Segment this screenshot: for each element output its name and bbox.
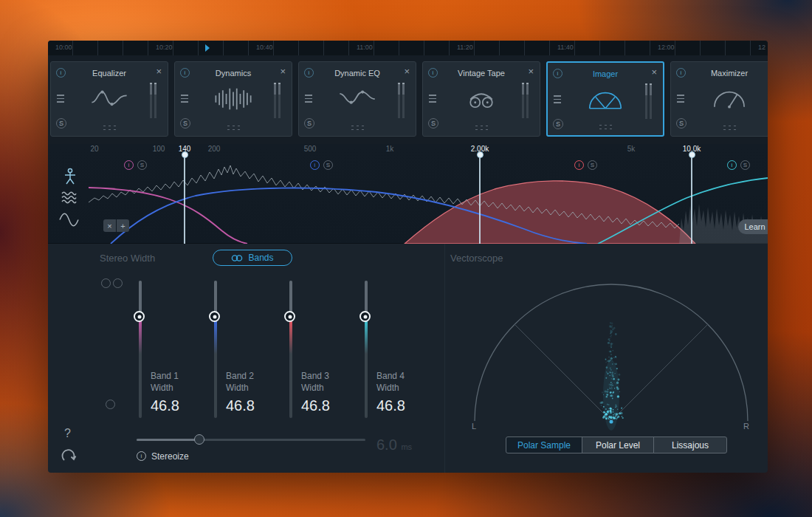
level-meters <box>398 83 405 118</box>
mono-mode-icon[interactable] <box>106 400 115 409</box>
drag-handle[interactable] <box>226 124 241 131</box>
band2-width-knob[interactable] <box>209 311 220 322</box>
close-icon[interactable]: × <box>156 66 162 77</box>
solo-button[interactable]: S <box>56 118 66 129</box>
level-meters <box>274 83 281 118</box>
lissajous-button[interactable]: Lissajous <box>653 436 727 453</box>
preset-list-icon[interactable] <box>305 95 312 103</box>
band1-solo-icon[interactable]: S <box>137 160 147 170</box>
module-card-dynamic-eq[interactable]: i Dynamic EQ × S <box>298 61 416 137</box>
close-icon[interactable]: × <box>280 66 286 77</box>
band3-info-icon[interactable]: i <box>574 160 584 170</box>
crossover-line-10k[interactable] <box>691 155 692 244</box>
level-meters <box>150 83 156 118</box>
sine-view-icon[interactable] <box>59 213 79 227</box>
timeline-label: 12:00 <box>658 44 675 51</box>
help-button[interactable]: ? <box>64 427 71 440</box>
band1-width-slider[interactable] <box>139 281 142 418</box>
vectorscope-display <box>461 277 764 432</box>
drag-handle[interactable] <box>350 124 365 131</box>
band4-width-knob[interactable] <box>359 311 371 322</box>
bands-link-button[interactable]: Bands <box>213 250 292 266</box>
band4-solo-icon[interactable]: S <box>740 160 750 170</box>
module-card-imager[interactable]: i Imager × S <box>546 61 664 137</box>
band1-info-icon[interactable]: i <box>124 160 134 170</box>
band4-info-icon[interactable]: i <box>727 160 737 170</box>
band2-width-slider[interactable] <box>214 281 217 418</box>
equalizer-curve-icon <box>90 84 128 114</box>
polar-sample-button[interactable]: Polar Sample <box>506 436 582 453</box>
solo-button[interactable]: S <box>676 118 687 129</box>
solo-button[interactable]: S <box>180 118 190 129</box>
band-width-value: 46.8 <box>376 397 405 414</box>
module-title: Vintage Tape <box>423 69 540 78</box>
right-channel-label: R <box>743 422 749 431</box>
band-width-value: 46.8 <box>301 397 330 414</box>
stereoize-value: 6.0 ms <box>376 436 412 453</box>
band3-width-slider[interactable] <box>289 281 292 418</box>
timeline-label: 11:40 <box>557 44 574 51</box>
module-card-equalizer[interactable]: i Equalizer × S <box>50 61 168 137</box>
module-card-maximizer[interactable]: i Maximizer × S <box>670 61 768 137</box>
close-icon[interactable]: × <box>528 66 534 77</box>
solo-button[interactable]: S <box>304 118 314 129</box>
close-icon[interactable]: × <box>651 66 657 78</box>
band4-width-slider[interactable] <box>365 281 368 418</box>
timeline-label: 12 <box>758 44 765 51</box>
learn-button[interactable]: Learn <box>738 219 768 234</box>
preset-list-icon[interactable] <box>57 95 64 103</box>
stereoize-slider[interactable] <box>137 439 365 441</box>
stereo-placement-view-icon[interactable] <box>63 168 78 185</box>
band3-width-knob[interactable] <box>284 311 295 322</box>
remove-band-button[interactable]: × <box>103 219 116 232</box>
drag-handle[interactable] <box>598 123 613 130</box>
panel-divider <box>444 244 445 473</box>
polar-level-button[interactable]: Polar Level <box>582 436 654 453</box>
stereo-link-icon[interactable] <box>101 278 111 288</box>
band2-solo-icon[interactable]: S <box>323 160 333 170</box>
timeline-label: 10:00 <box>55 44 72 51</box>
close-icon[interactable]: × <box>404 66 410 77</box>
preset-list-icon[interactable] <box>677 95 684 103</box>
crossover-line-2k[interactable] <box>479 155 481 244</box>
timeline-label: 10:40 <box>256 44 273 51</box>
band-label: Band 3 <box>301 371 329 381</box>
stereoize-label[interactable]: Stereoize <box>151 451 189 462</box>
stereo-link-icon[interactable] <box>113 278 123 288</box>
crossover-handle-10k[interactable] <box>689 151 695 158</box>
timeline-label: 10:20 <box>156 44 173 51</box>
add-band-button[interactable]: + <box>117 219 129 232</box>
solo-button[interactable]: S <box>553 119 563 129</box>
band-sublabel: Width <box>226 383 249 393</box>
spectrum-curves <box>89 155 768 244</box>
band-width-value: 46.8 <box>226 397 255 414</box>
freq-label: 500 <box>304 145 317 153</box>
band1-width-knob[interactable] <box>134 311 145 322</box>
band2-info-icon[interactable]: i <box>310 160 320 170</box>
module-card-dynamics[interactable]: i Dynamics × S <box>174 61 292 137</box>
stereoize-knob[interactable] <box>194 434 204 445</box>
preset-list-icon[interactable] <box>181 95 188 103</box>
band-sublabel: Width <box>151 383 173 393</box>
stereoize-info-icon[interactable]: i <box>137 451 146 461</box>
band3-region <box>405 181 695 244</box>
timeline-label: 11:20 <box>457 44 473 51</box>
drag-handle[interactable] <box>474 124 489 131</box>
crossover-line-140[interactable] <box>184 155 185 244</box>
preset-list-icon[interactable] <box>429 95 436 103</box>
solo-button[interactable]: S <box>428 118 438 129</box>
drag-handle[interactable] <box>102 124 117 131</box>
preset-list-icon[interactable] <box>554 95 561 103</box>
waves-view-icon[interactable] <box>61 191 77 204</box>
crossover-handle-140[interactable] <box>182 151 188 158</box>
module-card-vintage-tape[interactable]: i Vintage Tape × S <box>422 61 540 137</box>
reset-loop-icon[interactable] <box>61 448 77 465</box>
crossover-handle-2k[interactable] <box>477 151 484 158</box>
module-title: Imager <box>548 69 663 78</box>
band1-curve <box>89 188 247 244</box>
timeline-ruler[interactable]: 10:00 10:20 10:40 11:00 11:20 11:40 12:0… <box>48 41 768 55</box>
band3-solo-icon[interactable]: S <box>588 160 597 170</box>
band-sublabel: Width <box>301 383 324 393</box>
drag-handle[interactable] <box>722 124 737 131</box>
playhead-marker[interactable] <box>205 44 210 52</box>
